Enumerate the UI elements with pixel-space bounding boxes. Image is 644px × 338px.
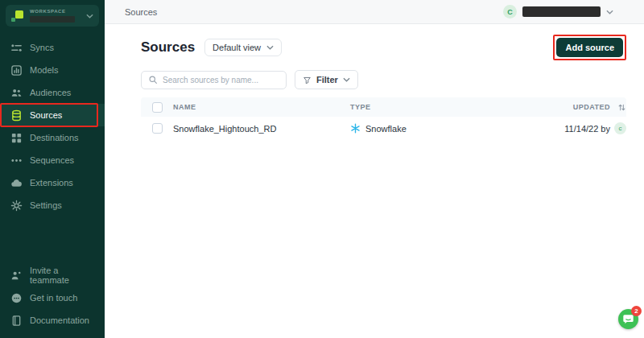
sidebar-item-invite-teammate[interactable]: Invite a teammate [0,264,105,286]
app-window: WORKSPACE Syncs Models [0,0,644,338]
sidebar-item-syncs[interactable]: Syncs [0,36,105,59]
sidebar-item-sources[interactable]: Sources [0,104,105,126]
sidebar-item-label: Audiences [30,88,71,97]
syncs-icon [10,42,23,54]
snowflake-icon [350,123,361,134]
source-type-label: Snowflake [365,124,407,134]
sidebar-item-documentation[interactable]: Documentation [0,309,105,332]
topbar: Sources C [105,0,644,24]
workspace-meta: WORKSPACE [30,9,80,23]
updated-by-avatar: c [614,122,626,134]
chevron-down-icon [606,10,613,14]
filter-icon [303,76,312,84]
sidebar-item-label: Invite a teammate [30,266,94,285]
workspace-label: WORKSPACE [30,9,80,14]
sidebar-item-get-in-touch[interactable]: Get in touch [0,286,105,309]
sidebar-item-label: Get in touch [30,293,77,303]
view-selector[interactable]: Default view [204,39,282,56]
table-header-row: NAME TYPE UPDATED [141,97,626,117]
chat-notification-badge: 2 [631,306,642,316]
select-all-checkbox[interactable] [152,102,163,113]
user-avatar: C [503,5,517,19]
chat-launcher-button[interactable]: 2 [618,309,638,329]
sidebar-nav: Syncs Models Audiences Sources [0,36,105,216]
sources-icon [10,109,23,122]
table-row[interactable]: Snowflake_Hightouch_RD Snowflake 11/14/2… [141,117,626,140]
sidebar-item-label: Extensions [30,178,73,188]
chevron-down-icon [343,77,350,82]
chat-bubble-icon [10,292,23,304]
filter-label: Filter [316,75,338,84]
sidebar-item-label: Syncs [30,43,54,52]
destinations-icon [10,132,23,144]
sources-table: NAME TYPE UPDATED Snowflake_Hightouch_RD [141,97,626,140]
sidebar-item-settings[interactable]: Settings [0,194,105,216]
page-title: Sources [141,39,195,56]
sidebar-item-label: Documentation [30,315,89,325]
search-box [141,71,287,89]
sequences-icon [10,155,23,167]
workspace-name-redacted [30,16,75,23]
add-source-button[interactable]: Add source [556,38,623,57]
sidebar-item-audiences[interactable]: Audiences [0,81,105,104]
content-header: Sources Default view Add source [141,35,626,60]
updated-text: 11/14/22 by [564,124,610,134]
invite-teammate-icon [10,270,23,282]
breadcrumb: Sources [125,7,157,17]
sidebar-item-label: Models [30,65,58,75]
column-header-updated[interactable]: UPDATED [573,103,610,111]
sidebar-item-label: Destinations [30,133,79,142]
user-menu[interactable]: C [503,5,613,19]
extensions-icon [10,177,23,189]
content: Sources Default view Add source [105,24,644,338]
workspace-selector[interactable]: WORKSPACE [6,5,99,27]
sidebar-item-label: Sources [30,110,62,120]
sidebar-footer: Invite a teammate Get in touch Documenta… [0,264,105,338]
search-icon [148,75,158,84]
chevron-down-icon [86,14,93,19]
sidebar-item-extensions[interactable]: Extensions [0,171,105,194]
add-source-annotation-box: Add source [553,35,626,60]
search-input[interactable] [163,76,279,84]
sort-icon[interactable] [617,103,626,112]
sidebar-item-models[interactable]: Models [0,59,105,81]
sidebar-item-label: Settings [30,200,62,210]
settings-icon [10,200,23,212]
sidebar-item-destinations[interactable]: Destinations [0,126,105,149]
sidebar: WORKSPACE Syncs Models [0,0,105,338]
audiences-icon [10,87,23,99]
column-header-type[interactable]: TYPE [350,103,539,111]
sidebar-item-sequences[interactable]: Sequences [0,149,105,171]
toolbar: Filter [141,70,626,89]
sidebar-item-label: Sequences [30,155,74,165]
chevron-down-icon [266,45,274,50]
view-selector-label: Default view [213,43,261,52]
hightouch-logo-icon [11,10,24,23]
user-name-redacted [522,6,601,17]
row-checkbox[interactable] [152,123,163,134]
models-icon [10,64,23,76]
source-name-link[interactable]: Snowflake_Hightouch_RD [173,124,350,134]
main-area: Sources C Sources Default view [105,0,644,338]
documentation-icon [10,315,23,327]
filter-button[interactable]: Filter [295,70,358,89]
column-header-name[interactable]: NAME [173,103,350,111]
